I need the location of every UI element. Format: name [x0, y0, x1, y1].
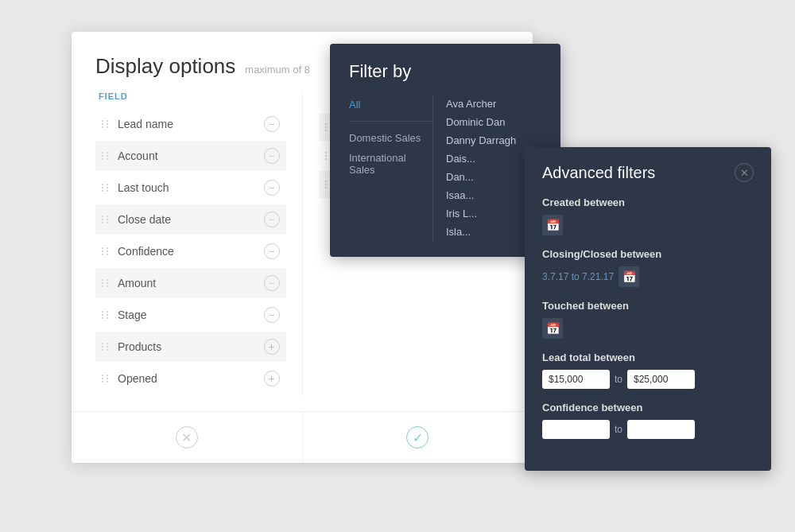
- display-options-subtitle: maximum of 8: [245, 64, 310, 76]
- closing-between-label: Closing/Closed between: [542, 248, 754, 260]
- advanced-filters-panel: Advanced filters ✕ Created between 📅 Clo…: [525, 147, 771, 471]
- confidence-label: Confidence between: [542, 402, 754, 414]
- range-to-label: to: [615, 374, 622, 385]
- advanced-filters-close-button[interactable]: ✕: [735, 163, 754, 182]
- drag-handle[interactable]: [102, 343, 110, 351]
- field-name: Close date: [118, 213, 171, 226]
- field-name: Confidence: [118, 245, 174, 258]
- confidence-to-input[interactable]: [627, 420, 695, 439]
- drag-handle[interactable]: [102, 247, 110, 255]
- field-add-button[interactable]: +: [264, 339, 280, 355]
- field-item-opened: Opened +: [95, 363, 286, 394]
- filter-divider: [349, 121, 432, 122]
- cancel-icon: ✕: [176, 426, 198, 449]
- confirm-button[interactable]: ✓: [303, 412, 533, 463]
- confidence-from-input[interactable]: [542, 420, 610, 439]
- field-name: Products: [118, 340, 161, 353]
- drag-handle[interactable]: [102, 184, 110, 192]
- field-item-lead-name: Lead name −: [95, 109, 286, 139]
- field-remove-button[interactable]: −: [264, 148, 280, 164]
- field-remove-button[interactable]: −: [264, 243, 280, 259]
- advanced-filters-header: Advanced filters ✕: [542, 163, 754, 182]
- drag-handle[interactable]: [102, 216, 110, 223]
- filter-options-column: All Domestic Sales International Sales: [330, 95, 433, 241]
- filter-option-domestic[interactable]: Domestic Sales: [349, 128, 432, 148]
- filter-panel-title: Filter by: [330, 44, 560, 95]
- drag-handle[interactable]: [102, 279, 110, 287]
- field-remove-button[interactable]: −: [264, 307, 280, 323]
- field-item-close-date: Close date −: [95, 204, 286, 235]
- confidence-section: Confidence between to: [542, 402, 754, 439]
- field-item-last-touch: Last touch −: [95, 173, 286, 203]
- display-options-footer: ✕ ✓: [72, 411, 533, 463]
- closing-between-section: Closing/Closed between 3.7.17 to 7.21.17…: [542, 248, 754, 287]
- field-remove-button[interactable]: −: [264, 116, 280, 132]
- field-name: Last touch: [118, 181, 169, 194]
- field-name: Amount: [118, 277, 156, 289]
- touched-between-label: Touched between: [542, 300, 754, 312]
- field-remove-button[interactable]: −: [264, 212, 280, 227]
- field-remove-button[interactable]: −: [264, 180, 280, 196]
- field-item-products: Products +: [95, 332, 286, 362]
- field-item-confidence: Confidence −: [95, 236, 286, 266]
- display-options-title: Display options: [95, 54, 235, 79]
- created-between-section: Created between 📅: [542, 196, 754, 235]
- field-remove-button[interactable]: −: [264, 275, 280, 291]
- drag-handle[interactable]: [102, 311, 110, 319]
- field-item-amount: Amount −: [95, 268, 286, 298]
- lead-total-label: Lead total between: [542, 351, 754, 363]
- lead-total-section: Lead total between to: [542, 351, 754, 389]
- field-add-button[interactable]: +: [264, 371, 280, 386]
- touched-between-calendar-icon[interactable]: 📅: [542, 318, 563, 339]
- field-name: Stage: [118, 309, 147, 321]
- range-to-label: to: [615, 424, 622, 435]
- drag-handle[interactable]: [102, 375, 110, 382]
- filter-name-item[interactable]: Ava Archer: [446, 95, 548, 113]
- created-between-label: Created between: [542, 196, 754, 208]
- drag-handle[interactable]: [102, 152, 110, 160]
- lead-total-range: to: [542, 370, 754, 389]
- field-item-stage: Stage −: [95, 300, 286, 330]
- filter-name-item[interactable]: Dominic Dan: [446, 113, 548, 131]
- filter-option-all[interactable]: All: [349, 95, 432, 115]
- field-item-account: Account −: [95, 141, 286, 171]
- confidence-range: to: [542, 420, 754, 439]
- closing-between-value: 3.7.17 to 7.21.17 📅: [542, 266, 754, 287]
- field-column-label: FIELD: [95, 91, 286, 101]
- confirm-icon: ✓: [406, 426, 429, 449]
- field-column-left: FIELD Lead name −: [95, 91, 302, 395]
- lead-total-from-input[interactable]: [542, 370, 610, 389]
- created-between-calendar-icon[interactable]: 📅: [542, 215, 563, 235]
- lead-total-to-input[interactable]: [627, 370, 695, 389]
- closing-between-calendar-icon[interactable]: 📅: [619, 266, 639, 287]
- touched-between-section: Touched between 📅: [542, 300, 754, 339]
- field-name: Lead name: [118, 118, 173, 130]
- drag-handle[interactable]: [102, 120, 110, 128]
- advanced-filters-title: Advanced filters: [542, 164, 655, 182]
- field-name: Opened: [118, 372, 157, 385]
- filter-option-international[interactable]: International Sales: [349, 148, 432, 180]
- cancel-button[interactable]: ✕: [72, 412, 303, 463]
- field-name: Account: [118, 150, 158, 162]
